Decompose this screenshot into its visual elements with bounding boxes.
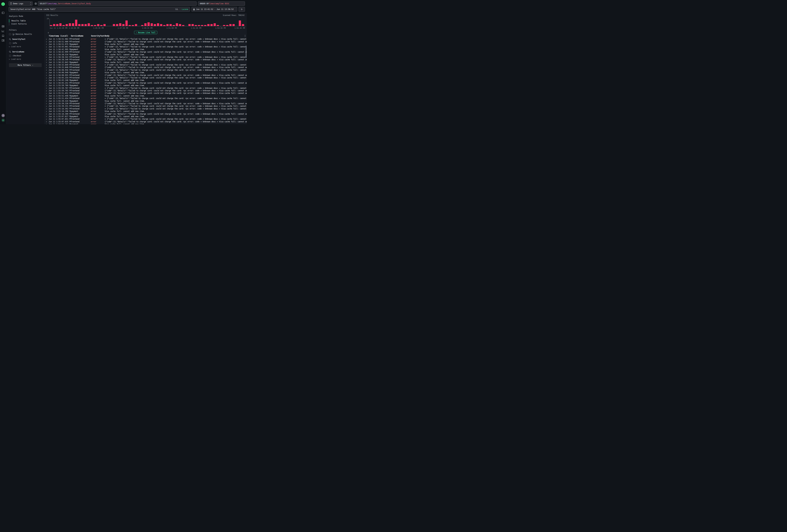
line-chart-icon: [2, 30, 4, 32]
scrollbar-thumb[interactable]: [246, 46, 247, 58]
mode-results-table[interactable]: Results Table: [9, 19, 42, 22]
row-service: frontend: [71, 66, 91, 68]
mode-event-patterns[interactable]: Event Patterns: [9, 22, 42, 25]
expand-row-chevron-icon: ❯: [45, 95, 49, 97]
expand-row-chevron-icon: ❯: [45, 74, 49, 76]
collapse-sidebar-icon[interactable]: [0, 10, 6, 15]
row-timestamp: Jun 11 1:56:38.542 PM: [49, 56, 71, 58]
source-settings-button[interactable]: [34, 2, 38, 5]
filter-option-label: info: [13, 42, 17, 44]
log-row[interactable]: ❯ Jun 11 1:55:51.454 PM frontend error ×…: [45, 97, 247, 100]
x-axis-label: 1:47:30 PM: [118, 27, 128, 29]
log-row[interactable]: ❯ Jun 11 1:56:43.001 PM frontend error ×…: [45, 45, 247, 48]
denoise-results-toggle[interactable]: Denoise Results: [9, 33, 42, 35]
filter-option-checkout[interactable]: checkout: [9, 54, 42, 57]
row-timestamp: Jun 11 1:56:08.956 PM: [49, 69, 71, 71]
laptop-icon: [2, 35, 4, 37]
filter-checkbox[interactable]: [9, 42, 11, 44]
help-button[interactable]: ?: [1, 114, 5, 117]
log-row[interactable]: ❯ Jun 11 1:55:51.448 PM payment error Vi…: [45, 94, 247, 97]
expand-row-chevron-icon: ❯: [45, 64, 49, 66]
log-row[interactable]: ❯ Jun 11 1:56:42.999 PM frontend error {…: [45, 51, 247, 53]
log-row[interactable]: ❯ Jun 11 1:55:07.841 PM frontend error ×…: [45, 118, 247, 120]
log-row[interactable]: ❯ Jun 11 1:56:42.995 PM payment error Vi…: [45, 48, 247, 51]
resume-live-tail-button[interactable]: ⚡ Resume Live Tail: [134, 31, 157, 34]
date-range-picker[interactable]: Jun 11 13:41:52 - Jun 11 13:56:52: [191, 7, 237, 12]
log-row[interactable]: ❯ Jun 11 1:54:52.241 PM payment error Vi…: [45, 123, 247, 124]
user-avatar[interactable]: U: [1, 119, 5, 122]
search-icon: [9, 51, 11, 53]
log-row[interactable]: ❯ Jun 11 1:55:59.765 PM frontend error {…: [45, 89, 247, 92]
expand-row-chevron-icon: ❯: [45, 77, 49, 79]
log-row[interactable]: ❯ Jun 11 1:56:51.975 PM payment error Vi…: [45, 43, 247, 45]
log-row[interactable]: ❯ Jun 11 1:56:03.252 PM frontend error {…: [45, 82, 247, 84]
log-row[interactable]: ❯ Jun 11 1:56:32.849 PM frontend error ×…: [45, 64, 247, 66]
load-more-button[interactable]: Load more: [9, 45, 42, 48]
code-token: ServiceName: [58, 2, 70, 5]
log-row[interactable]: ❯ Jun 11 1:55:39.324 PM payment error Vi…: [45, 100, 247, 102]
sql-mode-button[interactable]: SQL: [175, 8, 178, 10]
row-service: frontend: [71, 113, 91, 115]
filter-field-header[interactable]: ServiceName: [9, 51, 42, 53]
log-row[interactable]: ❯ Jun 11 1:55:39.330 PM frontend error {…: [45, 102, 247, 105]
filter-option-info[interactable]: info: [9, 42, 42, 45]
row-severity: error: [91, 89, 105, 92]
nav-dashboards-icon[interactable]: [0, 38, 6, 43]
log-row[interactable]: ❯ Jun 11 1:56:03.254 PM frontend error ×…: [45, 77, 247, 79]
expand-row-chevron-icon: ❯: [45, 115, 49, 117]
log-row[interactable]: ❯ Jun 11 1:55:51.452 PM frontend error {…: [45, 92, 247, 94]
log-row[interactable]: ❯ Jun 11 1:55:59.760 PM payment error Vi…: [45, 84, 247, 87]
nav-sessions-icon[interactable]: [0, 34, 6, 38]
row-severity: error: [91, 48, 105, 50]
row-severity: error: [91, 84, 105, 87]
log-row[interactable]: ❯ Jun 11 1:56:08.955 PM frontend error {…: [45, 74, 247, 76]
histogram-bar: [242, 24, 244, 26]
row-timestamp: Jun 11 1:56:42.995 PM: [49, 48, 71, 50]
log-row[interactable]: ❯ Jun 11 1:56:51.980 PM frontend error {…: [45, 40, 247, 43]
log-row[interactable]: ❯ Jun 11 1:55:59.767 PM frontend error ×…: [45, 87, 247, 89]
denoise-checkbox[interactable]: [9, 33, 11, 35]
source-select[interactable]: Demo Logs: [9, 1, 33, 6]
run-query-button[interactable]: [239, 7, 245, 12]
histogram-bar: [75, 20, 77, 26]
log-row[interactable]: ❯ Jun 11 1:55:39.331 PM frontend error ×…: [45, 105, 247, 107]
log-row[interactable]: ❯ Jun 11 1:55:16.296 PM payment error Vi…: [45, 110, 247, 112]
filter-checkbox[interactable]: [9, 55, 11, 57]
search-input[interactable]: SeverityText:error AND "Visa cache full"…: [9, 7, 190, 12]
log-row[interactable]: ❯ Jun 11 1:55:07.835 PM frontend error {…: [45, 121, 247, 123]
log-row[interactable]: ❯ Jun 11 1:56:38.534 PM payment error Vi…: [45, 53, 247, 56]
log-row[interactable]: ❯ Jun 11 1:55:16.300 PM frontend error {…: [45, 112, 247, 115]
select-clause-editor[interactable]: SELECT Timestamp, ServiceName, SeverityT…: [38, 1, 197, 6]
row-severity: error: [91, 56, 105, 58]
lucene-mode-button[interactable]: Lucene: [182, 8, 188, 10]
row-severity: error: [91, 38, 105, 40]
log-row[interactable]: ❯ Jun 11 1:56:51.982 PM frontend error ×…: [45, 38, 247, 40]
nav-chart-explorer-icon[interactable]: [0, 29, 6, 34]
log-row[interactable]: ❯ Jun 11 1:56:32.843 PM payment error Vi…: [45, 61, 247, 64]
histogram-bar: [116, 24, 118, 26]
row-service: frontend: [71, 69, 91, 71]
row-service: frontend: [71, 64, 91, 66]
row-timestamp: Jun 11 1:56:32.849 PM: [49, 64, 71, 66]
order-by-editor[interactable]: ORDER BY TimestampTime DESC: [198, 1, 245, 6]
log-row[interactable]: ❯ Jun 11 1:55:16.302 PM frontend error ×…: [45, 107, 247, 110]
table-options-button[interactable]: [243, 35, 247, 37]
log-row[interactable]: ❯ Jun 11 1:55:07.827 PM payment error Vi…: [45, 115, 247, 118]
nav-search-logs-icon[interactable]: [0, 24, 6, 29]
log-row[interactable]: ❯ Jun 11 1:56:38.540 PM frontend error {…: [45, 58, 247, 61]
log-row[interactable]: ❯ Jun 11 1:56:03.248 PM payment error Vi…: [45, 79, 247, 82]
filter-field-header[interactable]: SeverityText: [9, 38, 42, 40]
vertical-ellipsis-icon: [245, 35, 246, 37]
row-severity: error: [91, 54, 105, 56]
log-row[interactable]: ❯ Jun 11 1:56:32.848 PM frontend error {…: [45, 66, 247, 69]
load-more-label: Load more: [11, 58, 21, 60]
log-row[interactable]: ❯ Jun 11 1:56:08.948 PM payment error Vi…: [45, 71, 247, 74]
log-row[interactable]: ❯ Jun 11 1:56:38.542 PM frontend error ×…: [45, 56, 247, 58]
load-more-button[interactable]: Load more: [9, 58, 42, 61]
more-filters-button[interactable]: More filters: [9, 63, 42, 67]
histogram-bar: [148, 22, 150, 26]
date-range-value: Jun 11 13:41:52 - Jun 11 13:56:52: [196, 8, 234, 10]
log-row[interactable]: ❯ Jun 11 1:56:08.956 PM frontend error ×…: [45, 69, 247, 71]
hyperdx-logo-icon[interactable]: ⚡: [1, 2, 5, 6]
row-body: × {"code":13,"details":"failed to charge…: [105, 97, 247, 100]
